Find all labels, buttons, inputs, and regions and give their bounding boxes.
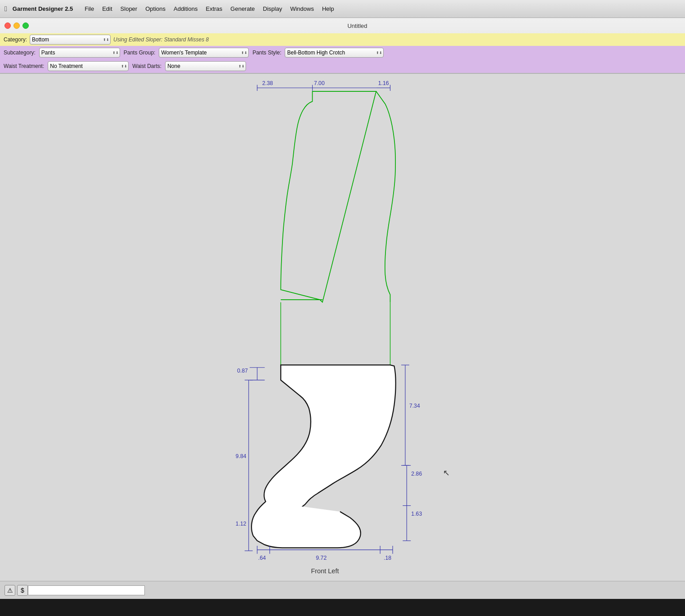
- sloper-info-row: Category: Bottom Using Edited Sloper: St…: [0, 33, 685, 46]
- measurement-right-upper: 7.34: [409, 403, 420, 409]
- subcategory-select-wrapper: Pants: [39, 48, 120, 58]
- category-select[interactable]: Bottom: [30, 35, 111, 45]
- apple-logo-icon: : [4, 5, 7, 13]
- cursor-icon: ↖: [443, 468, 450, 477]
- toolbar: Category: Bottom Using Edited Sloper: St…: [0, 33, 685, 73]
- measurement-top-left: 2.38: [262, 80, 273, 86]
- waist-darts-select[interactable]: None: [165, 61, 246, 71]
- waist-row: Waist Treatment: No Treatment Waist Dart…: [0, 59, 685, 73]
- canvas-area[interactable]: 2.38 7.00 1.16 0.87 7.34: [0, 74, 685, 599]
- measurement-left-upper: 0.87: [237, 368, 248, 374]
- menu-options[interactable]: Options: [142, 4, 169, 13]
- window-title: Untitled: [34, 22, 681, 29]
- menu-bar: File Edit Sloper Options Additions Extra…: [81, 4, 337, 13]
- warning-icon[interactable]: ⚠: [4, 585, 15, 596]
- menu-sloper[interactable]: Sloper: [117, 4, 141, 13]
- waist-darts-select-wrapper: None: [165, 61, 246, 71]
- window-chrome: Untitled Category: Bottom Using Edited S…: [0, 18, 685, 74]
- measurement-top-right: 1.16: [378, 80, 389, 86]
- pants-group-label: Pants Group:: [124, 49, 156, 56]
- subcategory-select[interactable]: Pants: [39, 48, 120, 58]
- pants-style-label: Pants Style:: [252, 49, 281, 56]
- mac-menu-bar:  Garment Designer 2.5 File Edit Sloper …: [0, 0, 685, 18]
- menu-windows[interactable]: Windows: [287, 4, 318, 13]
- measurement-top-center: 7.00: [314, 80, 325, 86]
- pattern-canvas: 2.38 7.00 1.16 0.87 7.34: [0, 74, 685, 581]
- measurement-right-bottom: 1.63: [411, 511, 422, 517]
- sloper-info-text: Using Edited Sloper: Standard Misses 8: [113, 36, 209, 43]
- status-icons: ⚠ $: [4, 585, 28, 596]
- traffic-lights: [4, 22, 29, 29]
- waist-treatment-label: Waist Treatment:: [4, 63, 44, 69]
- pants-style-select[interactable]: Bell-Bottom High Crotch: [285, 48, 384, 58]
- status-bar: ⚠ $: [0, 581, 685, 599]
- subcategory-row: Subcategory: Pants Pants Group: Women's …: [0, 46, 685, 59]
- measurement-left-bottom: 1.12: [236, 521, 246, 527]
- piece-label-text: Front Left: [311, 567, 339, 575]
- measurement-left-lower: 9.84: [236, 453, 246, 459]
- canvas-inner: 2.38 7.00 1.16 0.87 7.34: [0, 74, 685, 581]
- menu-generate[interactable]: Generate: [227, 4, 258, 13]
- measurement-bottom-right: .18: [384, 555, 391, 561]
- app-name: Garment Designer 2.5: [13, 5, 73, 12]
- menu-extras[interactable]: Extras: [202, 4, 226, 13]
- menu-display[interactable]: Display: [260, 4, 286, 13]
- minimize-button[interactable]: [13, 22, 20, 29]
- dollar-icon[interactable]: $: [17, 585, 28, 596]
- measurement-bottom-left: .64: [258, 555, 266, 561]
- subcategory-label: Subcategory:: [4, 49, 36, 56]
- category-select-wrapper: Bottom: [30, 35, 111, 45]
- close-button[interactable]: [4, 22, 11, 29]
- pants-group-select-wrapper: Women's Template: [159, 48, 249, 58]
- menu-file[interactable]: File: [81, 4, 98, 13]
- menu-additions[interactable]: Additions: [170, 4, 201, 13]
- measurement-bottom-center: 9.72: [316, 555, 327, 561]
- measurement-right-lower-upper: 2.86: [411, 471, 422, 477]
- green-pattern-upper-left: [281, 91, 376, 302]
- menu-edit[interactable]: Edit: [98, 4, 116, 13]
- menu-help[interactable]: Help: [318, 4, 338, 13]
- waist-treatment-select[interactable]: No Treatment: [48, 61, 129, 71]
- status-bar-input[interactable]: [28, 585, 145, 595]
- black-pattern-main: [264, 365, 396, 512]
- title-row: Untitled: [0, 18, 685, 33]
- category-label: Category:: [4, 36, 27, 43]
- pants-style-select-wrapper: Bell-Bottom High Crotch: [285, 48, 384, 58]
- black-pattern-bell-bottom: [251, 502, 361, 548]
- green-pattern-upper-right: [376, 91, 395, 302]
- green-lower-section: [281, 302, 390, 365]
- waist-darts-label: Waist Darts:: [132, 63, 161, 69]
- pants-group-select[interactable]: Women's Template: [159, 48, 249, 58]
- maximize-button[interactable]: [22, 22, 29, 29]
- waist-treatment-select-wrapper: No Treatment: [48, 61, 129, 71]
